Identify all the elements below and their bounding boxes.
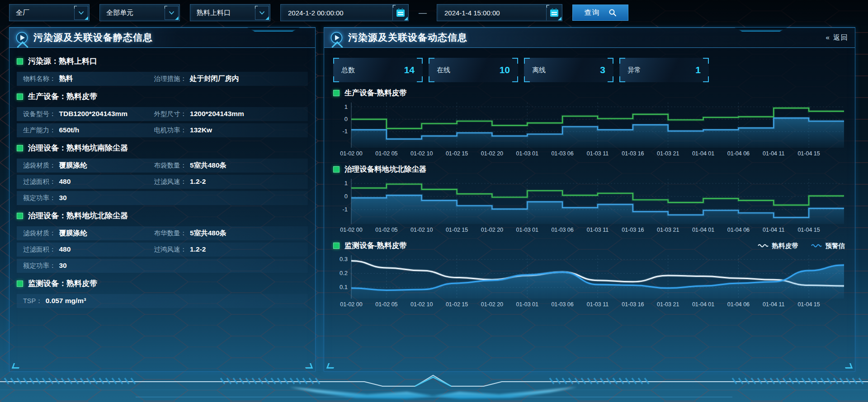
legend-item[interactable]: 预警信	[811, 242, 845, 250]
chart-legend: 熟料皮带预警信	[758, 242, 846, 250]
corner-bracket	[333, 58, 339, 64]
end-datetime-value: 2024-1-4 15:00:00	[437, 9, 546, 17]
back-button[interactable]: « 返回	[826, 33, 849, 42]
corner-bracket	[333, 76, 339, 82]
info-value: 650t/h	[59, 126, 80, 134]
info-cell: 布华数量：5室共480条	[154, 229, 285, 238]
filter-selects: 全厂全部单元熟料上料口	[9, 4, 270, 21]
stat-label: 异常	[627, 66, 641, 75]
info-row: 滤袋材质：覆膜涤纶布华数量：5室共480条	[17, 226, 308, 240]
info-label: 生产能力：	[23, 126, 56, 135]
calendar-icon[interactable]	[392, 5, 408, 20]
svg-text:01-04 01: 01-04 01	[692, 301, 714, 308]
section-title: 治理设备：熟料地坑北除尘器	[28, 210, 128, 221]
chart-title: 治理设备料地坑北除尘器	[344, 164, 427, 174]
wave-icon	[811, 243, 822, 248]
calendar-icon[interactable]	[546, 5, 561, 20]
svg-text:01-04 15: 01-04 15	[797, 301, 820, 308]
info-value: 0.057 mg/m³	[46, 297, 86, 305]
svg-text:-1: -1	[342, 128, 348, 135]
static-panel-header: 污染源及关联设备静态信息	[9, 28, 315, 48]
green-square-icon	[17, 280, 23, 287]
info-row: 设备型号：TDB1200*204143mm外型尺寸：1200*204143mm	[17, 107, 308, 121]
legend-label: 熟料皮带	[772, 242, 798, 250]
info-row: 过滤面积：480过滤风速：1.2-2	[17, 175, 308, 189]
info-cell: 治理措施：处于封闭厂房内	[154, 74, 285, 84]
wave-icon	[758, 243, 769, 248]
info-row: TSP：0.057 mg/m³	[17, 294, 308, 308]
chart-title: 生产设备-熟料皮带	[344, 88, 407, 98]
section-header: 治理设备：熟料地坑北除尘器	[17, 207, 308, 224]
info-cell: 过滤面积：480	[23, 178, 154, 186]
info-label: 额定功率：	[23, 262, 56, 270]
info-cell: 电机功率：132Kw	[154, 126, 285, 135]
chart-block-0: 生产设备-熟料皮带10-101-02 0001-02 0501-02 1001-…	[333, 86, 846, 159]
info-label: 滤袋材质：	[23, 229, 56, 238]
green-square-icon	[333, 166, 340, 173]
green-square-icon	[17, 213, 23, 219]
legend-item[interactable]: 熟料皮带	[758, 242, 798, 250]
svg-text:01-03 06: 01-03 06	[551, 150, 573, 157]
svg-text:01-03 01: 01-03 01	[516, 227, 538, 233]
svg-text:01-03 21: 01-03 21	[657, 150, 679, 157]
dynamic-panel-title: 污染源及关联设备动态信息	[348, 31, 467, 44]
start-datetime-value: 2024-1-2 00:00:00	[281, 9, 392, 17]
filter-toolbar: 全厂全部单元熟料上料口 2024-1-2 00:00:00 — 2024-1-4…	[0, 0, 868, 25]
chevron-down-icon[interactable]	[255, 6, 269, 20]
svg-text:01-04 11: 01-04 11	[763, 227, 784, 233]
corner-bracket	[512, 76, 518, 82]
stat-card-总数[interactable]: 总数14	[333, 58, 423, 82]
info-value: 480	[59, 245, 71, 253]
svg-text:01-02 20: 01-02 20	[481, 227, 503, 233]
filter-select-plant[interactable]: 全厂	[9, 4, 90, 21]
info-label: 设备型号：	[23, 110, 56, 118]
svg-text:0: 0	[344, 193, 348, 200]
static-info-list: 污染源：熟料上料口物料名称：熟料治理措施：处于封闭厂房内生产设备：熟料皮带设备型…	[9, 48, 315, 308]
svg-text:01-03 21: 01-03 21	[657, 301, 679, 308]
svg-text:0.3: 0.3	[340, 256, 348, 262]
chart-title: 监测设备-熟料皮带	[344, 241, 407, 251]
svg-text:01-04 01: 01-04 01	[692, 150, 714, 157]
query-button[interactable]: 查询	[572, 5, 628, 21]
info-label: 外型尺寸：	[154, 110, 187, 118]
svg-text:01-04 06: 01-04 06	[727, 227, 750, 233]
info-cell: 额定功率：30	[23, 262, 154, 270]
info-cell: 外型尺寸：1200*204143mm	[154, 110, 285, 118]
section-title: 治理设备：熟料地坑南除尘器	[28, 143, 128, 153]
dynamic-panel-header: 污染源及关联设备动态信息 « 返回	[324, 28, 855, 48]
chart-title-row: 生产设备-熟料皮带	[333, 86, 846, 100]
chart-1: 10-101-02 0001-02 0501-02 1001-02 1501-0…	[333, 176, 847, 235]
stat-card-在线[interactable]: 在线10	[429, 58, 518, 82]
corner-bracket	[703, 58, 709, 64]
svg-text:01-02 15: 01-02 15	[446, 227, 468, 233]
filter-select-unit[interactable]: 全部单元	[99, 4, 180, 21]
svg-text:01-03 01: 01-03 01	[516, 150, 538, 157]
svg-text:01-02 20: 01-02 20	[481, 150, 503, 157]
svg-text:01-02 00: 01-02 00	[340, 150, 362, 157]
footer-decoration	[0, 372, 868, 402]
svg-text:01-04 15: 01-04 15	[797, 150, 820, 157]
corner-bracket	[524, 58, 530, 64]
static-info-panel: 污染源及关联设备静态信息 污染源：熟料上料口物料名称：熟料治理措施：处于封闭厂房…	[9, 27, 316, 372]
stat-card-离线[interactable]: 离线3	[524, 58, 613, 82]
chevron-down-icon[interactable]	[165, 6, 179, 20]
start-datetime-field[interactable]: 2024-1-2 00:00:00	[280, 4, 409, 21]
section-header: 生产设备：熟料皮带	[17, 88, 308, 105]
stat-value: 14	[404, 65, 415, 75]
svg-text:01-02 00: 01-02 00	[340, 227, 362, 233]
svg-text:1: 1	[344, 103, 348, 110]
info-value: 覆膜涤纶	[59, 229, 87, 238]
end-datetime-field[interactable]: 2024-1-4 15:00:00	[437, 4, 562, 21]
stat-card-异常[interactable]: 异常1	[619, 58, 709, 82]
filter-select-source[interactable]: 熟料上料口	[190, 4, 270, 21]
info-label: 布华数量：	[154, 229, 187, 238]
chevron-down-icon[interactable]	[74, 6, 88, 20]
info-value: TDB1200*204143mm	[59, 110, 128, 118]
chart-svg: 10-101-02 0001-02 0501-02 1001-02 1501-0…	[333, 176, 847, 235]
green-square-icon	[17, 145, 23, 151]
info-label: 电机功率：	[154, 126, 187, 135]
info-cell: 物料名称：熟料	[23, 74, 154, 84]
svg-text:01-03 16: 01-03 16	[622, 227, 644, 233]
info-label: 物料名称：	[23, 75, 56, 83]
svg-text:01-03 16: 01-03 16	[622, 150, 644, 157]
